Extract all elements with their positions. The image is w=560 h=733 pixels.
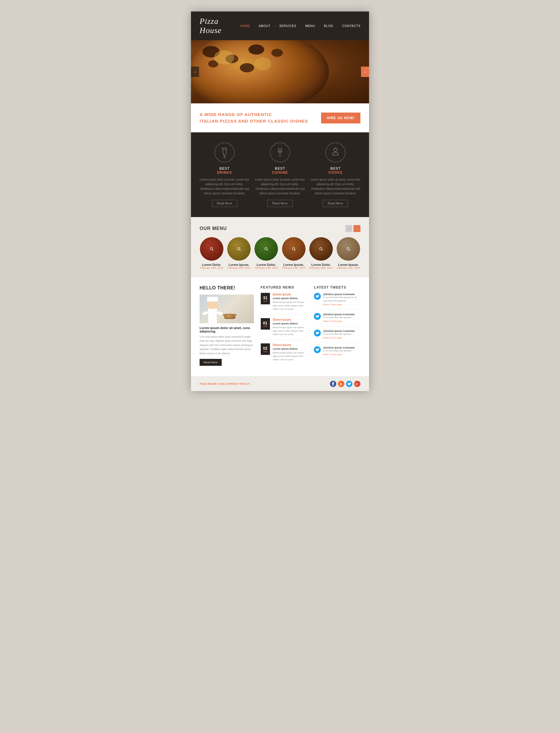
slider-prev-button[interactable]: ‹ — [191, 67, 199, 77]
nav-about[interactable]: ABOUT — [259, 24, 270, 28]
news-content-1: Dolore Ipsum Lorem ipsum dolore Morbi te… — [273, 318, 307, 336]
cuisine-icon — [270, 142, 290, 163]
logo: Pizza House — [200, 17, 240, 35]
footer-copyright: © 2013 | PRIVACY POLICY — [218, 382, 250, 385]
googleplus-icon[interactable]: g+ — [354, 381, 360, 387]
menu-item-3: Lorem Ipsum. February 24th, 2015 — [282, 237, 306, 269]
tweet-time-3: About 7 hours ago — [323, 353, 360, 356]
svg-point-18 — [292, 248, 295, 250]
tweet-time-2: About 4 hours ago — [323, 337, 360, 339]
feature-drinks: BEST DRINKS Lorem ipsum dolor sit amet, … — [200, 142, 249, 207]
nav-blog[interactable]: BLOG — [324, 24, 333, 28]
svg-line-21 — [322, 250, 323, 251]
news-text-0: Morbi tempor quam vel massa adpi cursus … — [273, 301, 307, 311]
nav-services[interactable]: SERVICES — [279, 24, 296, 28]
cooks-icon — [325, 142, 345, 163]
footer-copy: PIZZA HOUSE © 2013 | PRIVACY POLICY — [200, 382, 250, 385]
topping-5 — [240, 63, 254, 72]
footer: PIZZA HOUSE © 2013 | PRIVACY POLICY g+ — [191, 376, 369, 391]
svg-point-12 — [210, 248, 213, 250]
menu-search-icon-4 — [309, 237, 333, 261]
tweet-time-0: About 7 hours ago — [323, 303, 360, 306]
topping-3 — [248, 45, 264, 55]
drinks-read-more[interactable]: Read More — [212, 200, 237, 207]
chef-torso — [208, 308, 217, 323]
news-sub-1: Lorem ipsum dolore — [273, 322, 307, 325]
header: Pizza House HOME • ABOUT • SERVICES • ME… — [191, 11, 369, 40]
menu-img-4[interactable] — [309, 237, 333, 261]
facebook-icon[interactable] — [330, 381, 336, 387]
menu-name-5: Lorem Ipsum. — [337, 263, 360, 267]
cta-line1: A WIDE RANGE OF AUTHENTIC — [200, 111, 308, 118]
svg-line-13 — [212, 250, 213, 251]
news-date-box-2: 02 FEB — [261, 344, 270, 355]
drinks-desc: Lorem ipsum dolor sit amet, conse etur a… — [200, 178, 249, 196]
tweet-name-3: @Dolore Ipsum Commete — [323, 346, 360, 349]
nav-dot-5: • — [337, 25, 338, 27]
cooks-read-more[interactable]: Read More — [323, 200, 348, 207]
menu-item-1: Lorem Ipsum. February 24th, 2013 — [227, 237, 251, 269]
hello-text: Cuir eros ipsum dolor quas euismod id au… — [200, 335, 254, 356]
menu-date-0: February 24th, 2013 — [200, 267, 223, 269]
twitter-footer-icon[interactable] — [346, 381, 352, 387]
nav-contacts[interactable]: CONTACTS — [342, 24, 360, 28]
news-headline-2[interactable]: Dolore Ipsum — [273, 344, 307, 347]
nav-menu[interactable]: MENU — [305, 24, 315, 28]
news-date-box-1: 01 FEB — [261, 318, 270, 330]
news-item-1: 01 FEB Dolore Ipsum Lorem ipsum dolore M… — [261, 318, 307, 340]
tweet-content-3: @Dolore Ipsum Commete In eu erat vitae f… — [323, 346, 360, 356]
news-title: FEATURED NEWS — [261, 286, 307, 290]
news-headline-0[interactable]: Dolore Ipsum — [273, 293, 307, 296]
menu-img-3[interactable] — [282, 237, 306, 261]
menu-items-list: Lorem Dolor. February 24th, 2013 Lorem I… — [200, 237, 360, 269]
footer-brand[interactable]: PIZZA HOUSE — [200, 382, 217, 385]
cuisine-read-more[interactable]: Read More — [267, 200, 293, 207]
menu-item-0: Lorem Dolor. February 24th, 2013 — [200, 237, 223, 269]
rss-icon[interactable] — [338, 381, 344, 387]
menu-navigation: ‹ › — [345, 225, 360, 232]
news-month-1: FEB — [263, 325, 267, 327]
twitter-icon-3 — [314, 346, 321, 353]
tweet-text-2: In eu erat vitae felis grainae — [323, 333, 360, 336]
hire-button[interactable]: HIRE US NOW! — [321, 113, 360, 124]
news-day-1: 01 — [263, 321, 268, 325]
cheese-2 — [254, 57, 271, 70]
tweet-text-0: In eu erat vitae felis grainae In eu era… — [323, 296, 360, 303]
svg-line-17 — [267, 250, 268, 251]
twitter-icon-0 — [314, 293, 321, 300]
nav-home[interactable]: HOME — [240, 24, 250, 28]
tweet-name-0: @Dolore Ipsum Commete — [323, 293, 360, 296]
drinks-icon — [215, 142, 235, 163]
news-sub-2: Lorem ipsum dolore — [273, 348, 307, 350]
menu-img-5[interactable] — [337, 237, 360, 261]
menu-prev-button[interactable]: ‹ — [345, 225, 352, 232]
cooks-subtitle: COOKS — [311, 171, 360, 175]
menu-item-5: Lorem Ipsum. February 24th, 2013 — [337, 237, 360, 269]
tweets-title: LATEST TWEETS — [314, 286, 360, 290]
news-month-2: FEB — [263, 351, 267, 353]
menu-img-2[interactable] — [254, 237, 278, 261]
cooks-desc: Lorem ipsum dolor sit amet, conse etur a… — [311, 178, 360, 196]
menu-name-3: Lorem Ipsum. — [282, 263, 306, 267]
slider-next-button[interactable]: › — [361, 67, 369, 77]
hello-subtitle: Lorem ipsum dolor sit amet, cons adipisc… — [200, 326, 254, 333]
tweet-content-2: @Dolore Ipsum Commete In eu erat vitae f… — [323, 330, 360, 339]
hero-image — [191, 40, 369, 103]
menu-img-0[interactable] — [200, 237, 223, 261]
feature-cooks: BEST COOKS Lorem ipsum dolor sit amet, c… — [311, 142, 360, 207]
nav-dot-1: • — [254, 25, 255, 27]
svg-text:g+: g+ — [355, 382, 359, 385]
drinks-title: BEST — [200, 167, 249, 171]
page-wrapper: Pizza House HOME • ABOUT • SERVICES • ME… — [191, 11, 369, 391]
menu-img-1[interactable] — [227, 237, 251, 261]
hello-read-more[interactable]: Read More — [200, 359, 222, 366]
news-headline-1[interactable]: Dolore Ipsum — [273, 318, 307, 321]
bread — [224, 315, 235, 319]
menu-next-button[interactable]: › — [354, 225, 360, 232]
divider — [250, 295, 251, 323]
svg-line-23 — [349, 250, 350, 251]
nav-dot-4: • — [319, 25, 320, 27]
news-item-2: 02 FEB Dolore Ipsum Lorem ipsum dolore M… — [261, 344, 307, 365]
feature-cuisine: BEST CUISINE Lorem ipsum dolor sit amet,… — [255, 142, 305, 207]
svg-point-16 — [265, 248, 267, 250]
